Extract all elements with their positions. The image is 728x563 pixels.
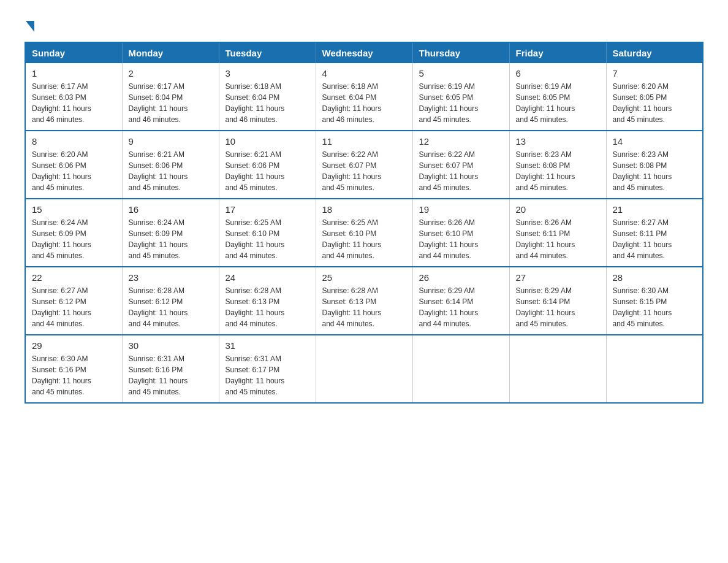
calendar-cell: 9 Sunrise: 6:21 AM Sunset: 6:06 PM Dayli… [122,131,219,199]
day-info: Sunrise: 6:27 AM Sunset: 6:11 PM Dayligh… [613,217,697,261]
calendar-cell: 3 Sunrise: 6:18 AM Sunset: 6:04 PM Dayli… [219,63,316,131]
calendar-cell: 8 Sunrise: 6:20 AM Sunset: 6:06 PM Dayli… [25,131,122,199]
calendar-cell: 21 Sunrise: 6:27 AM Sunset: 6:11 PM Dayl… [606,199,703,267]
day-info: Sunrise: 6:28 AM Sunset: 6:13 PM Dayligh… [322,285,406,329]
day-info: Sunrise: 6:18 AM Sunset: 6:04 PM Dayligh… [226,81,309,125]
logo [25,18,34,29]
calendar-cell [412,335,509,403]
day-number: 30 [129,340,213,351]
calendar-cell: 5 Sunrise: 6:19 AM Sunset: 6:05 PM Dayli… [412,63,509,131]
calendar-cell: 31 Sunrise: 6:31 AM Sunset: 6:17 PM Dayl… [219,335,316,403]
calendar-week-row: 29 Sunrise: 6:30 AM Sunset: 6:16 PM Dayl… [25,335,703,403]
day-info: Sunrise: 6:17 AM Sunset: 6:04 PM Dayligh… [129,81,213,125]
day-number: 9 [129,136,213,147]
day-number: 22 [32,272,116,283]
day-info: Sunrise: 6:27 AM Sunset: 6:12 PM Dayligh… [32,285,116,329]
calendar-cell: 7 Sunrise: 6:20 AM Sunset: 6:05 PM Dayli… [606,63,703,131]
calendar-cell [316,335,412,403]
day-info: Sunrise: 6:22 AM Sunset: 6:07 PM Dayligh… [322,149,406,193]
day-number: 16 [129,204,213,215]
day-info: Sunrise: 6:30 AM Sunset: 6:16 PM Dayligh… [32,353,116,397]
day-number: 13 [516,136,600,147]
day-info: Sunrise: 6:25 AM Sunset: 6:10 PM Dayligh… [226,217,309,261]
day-info: Sunrise: 6:20 AM Sunset: 6:06 PM Dayligh… [32,149,116,193]
day-number: 19 [419,204,503,215]
day-number: 17 [226,204,309,215]
calendar-week-row: 8 Sunrise: 6:20 AM Sunset: 6:06 PM Dayli… [25,131,703,199]
day-info: Sunrise: 6:20 AM Sunset: 6:05 PM Dayligh… [613,81,697,125]
calendar-cell: 23 Sunrise: 6:28 AM Sunset: 6:12 PM Dayl… [122,267,219,335]
day-number: 21 [613,204,697,215]
day-number: 5 [419,68,503,79]
page-header [25,18,703,29]
day-number: 20 [516,204,600,215]
day-info: Sunrise: 6:28 AM Sunset: 6:12 PM Dayligh… [129,285,213,329]
calendar-table: SundayMondayTuesdayWednesdayThursdayFrid… [25,42,703,404]
calendar-cell: 30 Sunrise: 6:31 AM Sunset: 6:16 PM Dayl… [122,335,219,403]
day-info: Sunrise: 6:23 AM Sunset: 6:08 PM Dayligh… [516,149,600,193]
day-info: Sunrise: 6:21 AM Sunset: 6:06 PM Dayligh… [226,149,309,193]
day-number: 24 [226,272,309,283]
day-info: Sunrise: 6:26 AM Sunset: 6:10 PM Dayligh… [419,217,503,261]
day-info: Sunrise: 6:21 AM Sunset: 6:06 PM Dayligh… [129,149,213,193]
logo-arrow-icon [26,21,34,32]
day-info: Sunrise: 6:18 AM Sunset: 6:04 PM Dayligh… [322,81,406,125]
day-info: Sunrise: 6:19 AM Sunset: 6:05 PM Dayligh… [516,81,600,125]
day-info: Sunrise: 6:22 AM Sunset: 6:07 PM Dayligh… [419,149,503,193]
calendar-cell: 15 Sunrise: 6:24 AM Sunset: 6:09 PM Dayl… [25,199,122,267]
calendar-cell: 11 Sunrise: 6:22 AM Sunset: 6:07 PM Dayl… [316,131,412,199]
day-number: 23 [129,272,213,283]
day-number: 15 [32,204,116,215]
calendar-header-saturday: Saturday [606,42,703,63]
calendar-week-row: 22 Sunrise: 6:27 AM Sunset: 6:12 PM Dayl… [25,267,703,335]
day-info: Sunrise: 6:29 AM Sunset: 6:14 PM Dayligh… [516,285,600,329]
day-number: 29 [32,340,116,351]
day-number: 2 [129,68,213,79]
calendar-header-monday: Monday [122,42,219,63]
calendar-cell: 20 Sunrise: 6:26 AM Sunset: 6:11 PM Dayl… [509,199,606,267]
day-number: 6 [516,68,600,79]
day-info: Sunrise: 6:31 AM Sunset: 6:17 PM Dayligh… [226,353,309,397]
calendar-week-row: 1 Sunrise: 6:17 AM Sunset: 6:03 PM Dayli… [25,63,703,131]
day-info: Sunrise: 6:17 AM Sunset: 6:03 PM Dayligh… [32,81,116,125]
calendar-cell: 12 Sunrise: 6:22 AM Sunset: 6:07 PM Dayl… [412,131,509,199]
calendar-cell: 19 Sunrise: 6:26 AM Sunset: 6:10 PM Dayl… [412,199,509,267]
calendar-header-friday: Friday [509,42,606,63]
calendar-week-row: 15 Sunrise: 6:24 AM Sunset: 6:09 PM Dayl… [25,199,703,267]
calendar-cell: 26 Sunrise: 6:29 AM Sunset: 6:14 PM Dayl… [412,267,509,335]
day-info: Sunrise: 6:24 AM Sunset: 6:09 PM Dayligh… [32,217,116,261]
day-info: Sunrise: 6:24 AM Sunset: 6:09 PM Dayligh… [129,217,213,261]
day-number: 26 [419,272,503,283]
day-number: 4 [322,68,406,79]
calendar-cell: 16 Sunrise: 6:24 AM Sunset: 6:09 PM Dayl… [122,199,219,267]
calendar-header-thursday: Thursday [412,42,509,63]
day-number: 7 [613,68,697,79]
day-info: Sunrise: 6:25 AM Sunset: 6:10 PM Dayligh… [322,217,406,261]
day-number: 8 [32,136,116,147]
calendar-cell: 2 Sunrise: 6:17 AM Sunset: 6:04 PM Dayli… [122,63,219,131]
day-info: Sunrise: 6:31 AM Sunset: 6:16 PM Dayligh… [129,353,213,397]
calendar-cell: 28 Sunrise: 6:30 AM Sunset: 6:15 PM Dayl… [606,267,703,335]
calendar-header-wednesday: Wednesday [316,42,412,63]
day-info: Sunrise: 6:30 AM Sunset: 6:15 PM Dayligh… [613,285,697,329]
day-number: 12 [419,136,503,147]
day-number: 1 [32,68,116,79]
day-number: 10 [226,136,309,147]
calendar-cell: 6 Sunrise: 6:19 AM Sunset: 6:05 PM Dayli… [509,63,606,131]
calendar-cell: 17 Sunrise: 6:25 AM Sunset: 6:10 PM Dayl… [219,199,316,267]
calendar-header-sunday: Sunday [25,42,122,63]
day-number: 18 [322,204,406,215]
day-info: Sunrise: 6:29 AM Sunset: 6:14 PM Dayligh… [419,285,503,329]
calendar-cell: 13 Sunrise: 6:23 AM Sunset: 6:08 PM Dayl… [509,131,606,199]
day-number: 25 [322,272,406,283]
day-info: Sunrise: 6:19 AM Sunset: 6:05 PM Dayligh… [419,81,503,125]
day-number: 31 [226,340,309,351]
day-number: 28 [613,272,697,283]
calendar-cell: 18 Sunrise: 6:25 AM Sunset: 6:10 PM Dayl… [316,199,412,267]
calendar-cell: 4 Sunrise: 6:18 AM Sunset: 6:04 PM Dayli… [316,63,412,131]
calendar-cell: 14 Sunrise: 6:23 AM Sunset: 6:08 PM Dayl… [606,131,703,199]
calendar-cell: 29 Sunrise: 6:30 AM Sunset: 6:16 PM Dayl… [25,335,122,403]
calendar-header-tuesday: Tuesday [219,42,316,63]
day-info: Sunrise: 6:23 AM Sunset: 6:08 PM Dayligh… [613,149,697,193]
calendar-cell: 1 Sunrise: 6:17 AM Sunset: 6:03 PM Dayli… [25,63,122,131]
